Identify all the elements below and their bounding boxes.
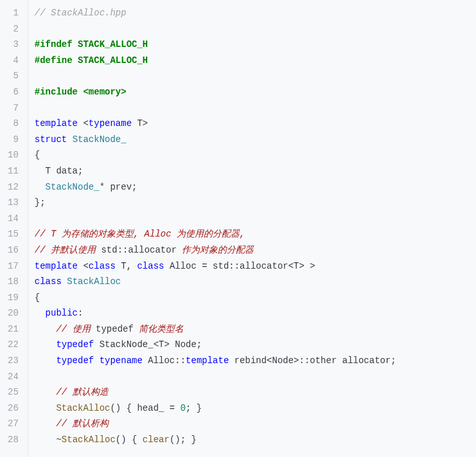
code-line: StackAlloc() { head_ = 0; } — [35, 400, 476, 417]
code-token: typename — [100, 355, 143, 366]
line-number: 23 — [8, 353, 22, 369]
code-token: StackAlloc — [67, 276, 121, 287]
code-token: (); } — [170, 435, 197, 445]
line-number: 15 — [8, 226, 22, 242]
code-line — [35, 68, 476, 84]
code-line: template <class T, class Alloc = std::al… — [35, 258, 476, 274]
code-line: typedef StackNode_<T> Node; — [35, 337, 476, 353]
code-token: typedef — [35, 355, 94, 366]
code-token: Alloc = std::allocator<T> > — [164, 261, 315, 271]
code-token: ; } — [186, 403, 202, 413]
code-line — [35, 369, 476, 385]
code-line: }; — [35, 195, 476, 211]
code-line: { — [35, 290, 476, 306]
code-token: StackNode_<T> Node; — [94, 339, 202, 350]
line-number: 4 — [8, 53, 22, 69]
line-number: 21 — [8, 321, 22, 337]
line-number: 24 — [8, 369, 22, 385]
line-number: 25 — [8, 384, 22, 400]
code-token: StackAlloc — [62, 435, 116, 445]
code-token: template — [35, 261, 78, 271]
code-line: #include <memory> — [35, 84, 476, 100]
line-number: 22 — [8, 337, 22, 353]
code-token: typename — [89, 118, 132, 129]
line-number: 8 — [8, 116, 22, 132]
line-number: 2 — [8, 21, 22, 37]
code-token: class — [35, 276, 62, 287]
code-token: // 默认析构 — [35, 418, 109, 429]
code-token: StackNode_ — [35, 182, 100, 192]
code-token — [67, 134, 72, 145]
code-token: { — [35, 292, 40, 303]
line-number-gutter: 1234567891011121314151617181920212223242… — [0, 0, 28, 457]
code-token: T, — [116, 261, 137, 271]
line-number: 14 — [8, 211, 22, 227]
code-line: // 默认构造 — [35, 384, 476, 400]
code-token: () { head_ = — [110, 403, 180, 413]
code-line: // 使用 typedef 简化类型名 — [35, 321, 476, 337]
code-token: std::allocator — [101, 245, 177, 255]
line-number: 18 — [8, 274, 22, 290]
code-line — [35, 100, 476, 116]
code-token: class — [137, 261, 164, 271]
code-token: typedef — [35, 339, 94, 350]
line-number: 1 — [8, 5, 22, 21]
code-token: }; — [35, 197, 46, 208]
code-line: public: — [35, 305, 476, 321]
code-line: #ifndef STACK_ALLOC_H — [35, 37, 476, 53]
line-number: 10 — [8, 147, 22, 163]
line-number: 12 — [8, 179, 22, 195]
code-token: () { — [116, 435, 143, 445]
code-line: // StackAlloc.hpp — [35, 5, 476, 21]
code-token — [62, 276, 67, 287]
code-line: class StackAlloc — [35, 274, 476, 290]
code-line: template <typename T> — [35, 116, 476, 132]
line-number: 16 — [8, 242, 22, 258]
code-token: // 使用 — [35, 324, 96, 334]
code-token: template — [35, 118, 78, 129]
line-number: 27 — [8, 416, 22, 432]
code-line: struct StackNode_ — [35, 132, 476, 148]
code-content: // StackAlloc.hpp #ifndef STACK_ALLOC_H#… — [28, 0, 476, 457]
code-token: #define STACK_ALLOC_H — [35, 55, 148, 66]
line-number: 28 — [8, 432, 22, 448]
line-number: 6 — [8, 84, 22, 100]
code-line: // 默认析构 — [35, 416, 476, 432]
code-token: { — [35, 150, 40, 160]
code-token: // 并默认使用 — [35, 245, 101, 255]
code-line — [35, 21, 476, 37]
code-token: 作为对象的分配器 — [177, 245, 254, 255]
code-token: struct — [35, 134, 67, 145]
line-number: 26 — [8, 400, 22, 417]
code-line: T data; — [35, 163, 476, 179]
line-number: 20 — [8, 305, 22, 321]
code-token: rebind<Node>::other allocator; — [229, 355, 396, 366]
code-token: clear — [143, 435, 170, 445]
code-token: #include <memory> — [35, 87, 127, 97]
line-number: 3 — [8, 37, 22, 53]
code-token: : — [78, 308, 83, 318]
code-line: // T 为存储的对象类型, Alloc 为使用的分配器, — [35, 226, 476, 242]
line-number: 13 — [8, 195, 22, 211]
code-token: * prev; — [100, 182, 137, 192]
code-token — [94, 355, 99, 366]
line-number: 9 — [8, 132, 22, 148]
code-token: StackAlloc — [35, 403, 110, 413]
code-line: // 并默认使用 std::allocator 作为对象的分配器 — [35, 242, 476, 258]
code-token: < — [78, 118, 89, 129]
line-number: 7 — [8, 100, 22, 116]
code-line: ~StackAlloc() { clear(); } — [35, 432, 476, 448]
code-line: StackNode_* prev; — [35, 179, 476, 195]
code-token: // T 为存储的对象类型, Alloc 为使用的分配器, — [35, 229, 245, 239]
line-number: 5 — [8, 68, 22, 84]
line-number: 11 — [8, 163, 22, 179]
code-block: 1234567891011121314151617181920212223242… — [0, 0, 476, 457]
code-line: #define STACK_ALLOC_H — [35, 53, 476, 69]
code-token: T> — [132, 118, 148, 129]
code-token: StackNode_ — [73, 134, 127, 145]
code-token: typedef — [96, 324, 134, 334]
code-token: Alloc:: — [143, 355, 186, 366]
code-token: // 默认构造 — [35, 387, 109, 397]
line-number: 17 — [8, 258, 22, 274]
code-token: ~ — [35, 435, 62, 445]
